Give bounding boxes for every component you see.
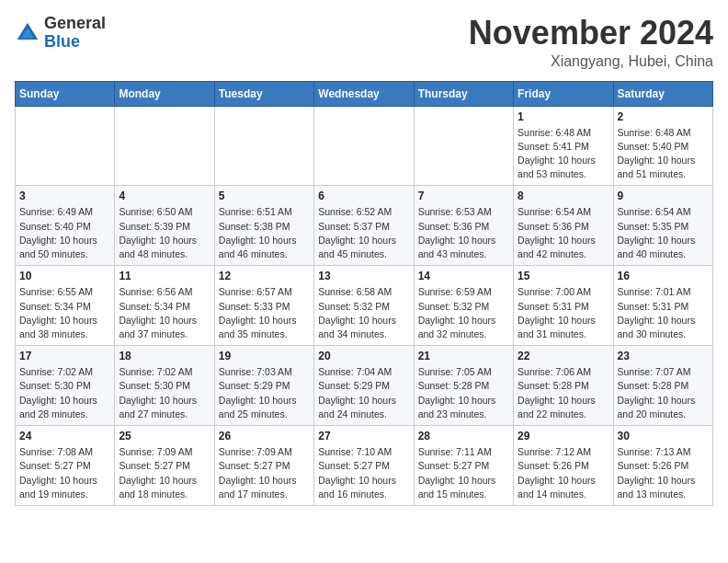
calendar-cell: 23Sunrise: 7:07 AM Sunset: 5:28 PM Dayli… [613,346,712,426]
calendar-cell: 17Sunrise: 7:02 AM Sunset: 5:30 PM Dayli… [16,346,115,426]
day-number: 21 [418,350,509,362]
calendar-cell: 28Sunrise: 7:11 AM Sunset: 5:27 PM Dayli… [414,426,513,506]
calendar-cell [16,106,115,186]
calendar-cell: 6Sunrise: 6:52 AM Sunset: 5:37 PM Daylig… [314,186,414,266]
calendar-cell: 9Sunrise: 6:54 AM Sunset: 5:35 PM Daylig… [613,186,712,266]
day-detail: Sunrise: 6:59 AM Sunset: 5:32 PM Dayligh… [418,285,509,341]
day-detail: Sunrise: 6:50 AM Sunset: 5:39 PM Dayligh… [119,205,210,261]
day-number: 17 [19,350,110,362]
day-number: 3 [19,190,110,202]
day-detail: Sunrise: 7:10 AM Sunset: 5:27 PM Dayligh… [318,445,409,501]
calendar-week-3: 10Sunrise: 6:55 AM Sunset: 5:34 PM Dayli… [16,266,713,346]
day-number: 5 [219,190,310,202]
day-detail: Sunrise: 7:00 AM Sunset: 5:31 PM Dayligh… [518,285,609,341]
day-detail: Sunrise: 6:55 AM Sunset: 5:34 PM Dayligh… [19,285,110,341]
calendar-body: 1Sunrise: 6:48 AM Sunset: 5:41 PM Daylig… [16,106,713,505]
day-number: 18 [119,350,210,362]
location: Xiangyang, Hubei, China [469,53,713,70]
day-detail: Sunrise: 6:52 AM Sunset: 5:37 PM Dayligh… [318,205,409,261]
day-detail: Sunrise: 7:13 AM Sunset: 5:26 PM Dayligh… [618,445,709,501]
day-detail: Sunrise: 6:51 AM Sunset: 5:38 PM Dayligh… [219,205,310,261]
day-number: 13 [318,270,409,282]
day-number: 14 [418,270,509,282]
day-detail: Sunrise: 7:04 AM Sunset: 5:29 PM Dayligh… [318,365,409,421]
calendar-week-5: 24Sunrise: 7:08 AM Sunset: 5:27 PM Dayli… [16,426,713,506]
day-number: 1 [518,110,609,123]
day-number: 15 [518,270,609,282]
calendar-cell: 11Sunrise: 6:56 AM Sunset: 5:34 PM Dayli… [115,266,214,346]
day-number: 9 [618,190,709,202]
title-block: November 2024 Xiangyang, Hubei, China [469,15,713,70]
day-detail: Sunrise: 7:01 AM Sunset: 5:31 PM Dayligh… [618,285,709,341]
calendar-week-1: 1Sunrise: 6:48 AM Sunset: 5:41 PM Daylig… [16,106,713,186]
day-number: 19 [219,350,310,362]
calendar-cell [214,106,313,186]
calendar-cell: 4Sunrise: 6:50 AM Sunset: 5:39 PM Daylig… [115,186,214,266]
weekday-header-monday: Monday [115,81,214,106]
calendar-cell: 8Sunrise: 6:54 AM Sunset: 5:36 PM Daylig… [514,186,613,266]
month-title: November 2024 [469,15,713,52]
calendar-cell: 18Sunrise: 7:02 AM Sunset: 5:30 PM Dayli… [115,346,214,426]
calendar-cell: 27Sunrise: 7:10 AM Sunset: 5:27 PM Dayli… [314,426,414,506]
day-number: 22 [518,350,609,362]
day-detail: Sunrise: 6:49 AM Sunset: 5:40 PM Dayligh… [19,205,110,261]
calendar-cell: 29Sunrise: 7:12 AM Sunset: 5:26 PM Dayli… [514,426,613,506]
day-number: 20 [318,350,409,362]
day-number: 4 [119,190,210,202]
weekday-header-wednesday: Wednesday [314,81,414,106]
day-number: 6 [318,190,409,202]
day-detail: Sunrise: 7:11 AM Sunset: 5:27 PM Dayligh… [418,445,509,501]
calendar-cell [115,106,214,186]
calendar-cell: 12Sunrise: 6:57 AM Sunset: 5:33 PM Dayli… [214,266,313,346]
weekday-header-tuesday: Tuesday [214,81,313,106]
calendar-cell [314,106,414,186]
day-number: 2 [618,110,709,123]
day-number: 30 [618,430,709,442]
day-number: 16 [618,270,709,282]
day-number: 23 [618,350,709,362]
day-number: 29 [518,430,609,442]
day-detail: Sunrise: 7:03 AM Sunset: 5:29 PM Dayligh… [219,365,310,421]
day-detail: Sunrise: 6:48 AM Sunset: 5:41 PM Dayligh… [518,126,609,182]
day-detail: Sunrise: 7:12 AM Sunset: 5:26 PM Dayligh… [518,445,609,501]
weekday-header-friday: Friday [514,81,613,106]
day-detail: Sunrise: 7:08 AM Sunset: 5:27 PM Dayligh… [19,445,110,501]
calendar-cell: 24Sunrise: 7:08 AM Sunset: 5:27 PM Dayli… [16,426,115,506]
day-detail: Sunrise: 6:58 AM Sunset: 5:32 PM Dayligh… [318,285,409,341]
day-detail: Sunrise: 6:54 AM Sunset: 5:35 PM Dayligh… [618,205,709,261]
calendar-cell: 16Sunrise: 7:01 AM Sunset: 5:31 PM Dayli… [613,266,712,346]
day-detail: Sunrise: 7:09 AM Sunset: 5:27 PM Dayligh… [219,445,310,501]
calendar-week-4: 17Sunrise: 7:02 AM Sunset: 5:30 PM Dayli… [16,346,713,426]
calendar-cell: 2Sunrise: 6:48 AM Sunset: 5:40 PM Daylig… [613,106,712,186]
day-number: 27 [318,430,409,442]
logo-text: General Blue [44,15,106,52]
calendar-table: SundayMondayTuesdayWednesdayThursdayFrid… [15,81,713,506]
calendar-cell: 7Sunrise: 6:53 AM Sunset: 5:36 PM Daylig… [414,186,513,266]
weekday-header-row: SundayMondayTuesdayWednesdayThursdayFrid… [16,81,713,106]
calendar-cell: 22Sunrise: 7:06 AM Sunset: 5:28 PM Dayli… [514,346,613,426]
calendar-cell: 3Sunrise: 6:49 AM Sunset: 5:40 PM Daylig… [16,186,115,266]
weekday-header-saturday: Saturday [613,81,712,106]
calendar-cell: 19Sunrise: 7:03 AM Sunset: 5:29 PM Dayli… [214,346,313,426]
day-number: 24 [19,430,110,442]
day-detail: Sunrise: 7:02 AM Sunset: 5:30 PM Dayligh… [119,365,210,421]
calendar-cell: 20Sunrise: 7:04 AM Sunset: 5:29 PM Dayli… [314,346,414,426]
logo-line2: Blue [44,33,106,52]
calendar-cell: 21Sunrise: 7:05 AM Sunset: 5:28 PM Dayli… [414,346,513,426]
day-number: 25 [119,430,210,442]
calendar-cell [414,106,513,186]
day-detail: Sunrise: 7:09 AM Sunset: 5:27 PM Dayligh… [119,445,210,501]
logo: General Blue [15,15,106,52]
day-detail: Sunrise: 7:07 AM Sunset: 5:28 PM Dayligh… [618,365,709,421]
day-detail: Sunrise: 6:48 AM Sunset: 5:40 PM Dayligh… [618,126,709,182]
page-header: General Blue November 2024 Xiangyang, Hu… [15,15,713,70]
weekday-header-thursday: Thursday [414,81,513,106]
calendar-week-2: 3Sunrise: 6:49 AM Sunset: 5:40 PM Daylig… [16,186,713,266]
day-number: 10 [19,270,110,282]
calendar-cell: 1Sunrise: 6:48 AM Sunset: 5:41 PM Daylig… [514,106,613,186]
logo-line1: General [44,15,106,33]
day-number: 12 [219,270,310,282]
logo-icon [15,20,40,46]
day-detail: Sunrise: 6:53 AM Sunset: 5:36 PM Dayligh… [418,205,509,261]
calendar-cell: 14Sunrise: 6:59 AM Sunset: 5:32 PM Dayli… [414,266,513,346]
